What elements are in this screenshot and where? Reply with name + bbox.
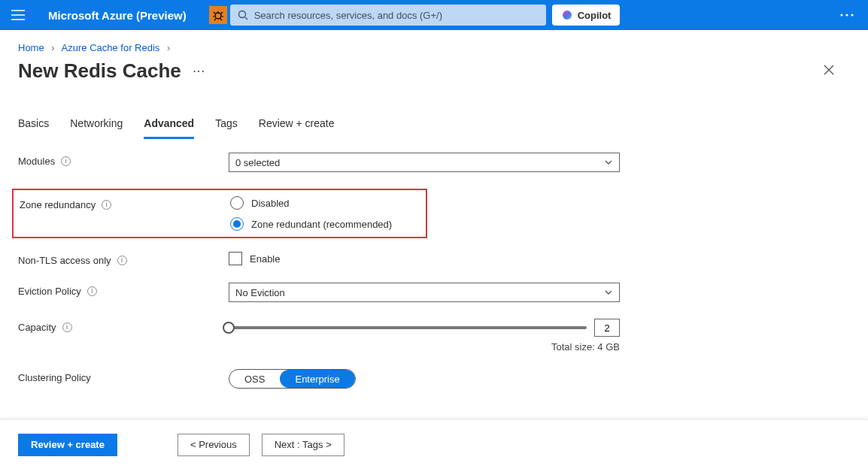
zone-redundancy-label: Zone redundancy (20, 199, 96, 210)
row-eviction: Eviction Policy i No Eviction (18, 283, 850, 302)
row-clustering: Clustering Policy OSS Enterprise (18, 369, 850, 389)
capacity-label: Capacity (18, 322, 56, 333)
non-tls-checkbox-label: Enable (250, 253, 280, 265)
page-overflow-menu[interactable]: ··· (193, 65, 206, 77)
next-button[interactable]: Next : Tags > (262, 434, 344, 456)
modules-value: 0 selected (235, 157, 280, 168)
modules-dropdown[interactable]: 0 selected (229, 153, 620, 172)
svg-point-2 (563, 11, 572, 20)
breadcrumb-parent[interactable]: Azure Cache for Redis (62, 42, 160, 53)
breadcrumb-sep-2: › (167, 42, 170, 53)
slider-thumb[interactable] (223, 322, 235, 334)
zone-redundancy-option-redundant[interactable]: Zone redundant (recommended) (230, 217, 426, 231)
row-capacity: Capacity i Total size: 4 GB (18, 319, 850, 353)
search-placeholder: Search resources, services, and docs (G+… (254, 10, 442, 21)
svg-point-5 (851, 14, 853, 16)
brand-label[interactable]: Microsoft Azure (Preview) (48, 9, 187, 22)
close-icon (823, 64, 835, 76)
previous-button[interactable]: < Previous (178, 434, 250, 456)
content-scroll[interactable]: Basics Networking Advanced Tags Review +… (0, 105, 868, 410)
review-create-button[interactable]: Review + create (18, 434, 117, 456)
slider-track (229, 326, 587, 329)
clustering-option-enterprise[interactable]: Enterprise (280, 370, 354, 388)
tab-advanced[interactable]: Advanced (144, 113, 194, 139)
row-modules: Modules i 0 selected (18, 153, 850, 172)
close-blade-button[interactable] (823, 64, 835, 78)
non-tls-checkbox[interactable] (229, 252, 242, 265)
chevron-down-icon (604, 158, 613, 167)
copilot-button[interactable]: Copilot (552, 5, 621, 26)
chevron-down-icon (604, 288, 613, 297)
modules-info-icon[interactable]: i (61, 156, 71, 166)
clustering-toggle: OSS Enterprise (229, 369, 356, 389)
global-search[interactable]: Search resources, services, and docs (G+… (230, 5, 546, 26)
topbar-overflow[interactable] (835, 3, 859, 27)
footer-bar: Review + create < Previous Next : Tags > (0, 419, 868, 469)
capacity-info-icon[interactable]: i (62, 322, 72, 332)
eviction-info-icon[interactable]: i (87, 286, 97, 296)
zone-redundancy-info-icon[interactable]: i (102, 200, 111, 210)
eviction-label: Eviction Policy (18, 286, 81, 297)
hamburger-menu[interactable] (9, 6, 27, 24)
zone-redundancy-highlight: Zone redundancy i Disabled Zone redundan… (12, 189, 427, 238)
bug-icon (212, 9, 224, 21)
page-header: New Redis Cache ··· (0, 53, 868, 83)
clustering-option-oss[interactable]: OSS (229, 370, 280, 388)
bug-report-button[interactable] (209, 6, 227, 24)
tab-networking[interactable]: Networking (70, 113, 123, 139)
topbar: Microsoft Azure (Preview) Search resourc… (0, 0, 868, 30)
menu-icon (11, 10, 25, 20)
capacity-total-size: Total size: 4 GB (229, 341, 620, 353)
zone-redundancy-radio-group: Disabled Zone redundant (recommended) (230, 196, 426, 231)
tab-review[interactable]: Review + create (259, 113, 335, 139)
zone-redundancy-option-disabled[interactable]: Disabled (230, 196, 426, 210)
svg-point-3 (840, 14, 842, 16)
tab-bar: Basics Networking Advanced Tags Review +… (18, 113, 850, 139)
radio-icon (230, 217, 244, 231)
eviction-value: No Eviction (235, 287, 285, 298)
non-tls-label: Non-TLS access only (18, 255, 111, 266)
copilot-label: Copilot (578, 10, 612, 21)
tab-basics[interactable]: Basics (18, 113, 49, 139)
capacity-slider[interactable] (229, 320, 587, 335)
search-icon (238, 10, 248, 20)
svg-point-0 (215, 13, 221, 19)
row-non-tls: Non-TLS access only i Enable (18, 252, 850, 266)
eviction-dropdown[interactable]: No Eviction (229, 283, 620, 302)
copilot-icon (561, 9, 573, 21)
radio-icon (230, 196, 244, 210)
breadcrumb-sep-1: › (51, 42, 54, 53)
breadcrumb: Home › Azure Cache for Redis › (0, 30, 868, 53)
ellipsis-icon (839, 13, 854, 17)
clustering-label: Clustering Policy (18, 372, 91, 383)
breadcrumb-home[interactable]: Home (18, 42, 44, 53)
zone-option-1-label: Zone redundant (recommended) (251, 219, 392, 230)
page-title: New Redis Cache (18, 59, 181, 83)
non-tls-info-icon[interactable]: i (117, 256, 127, 265)
svg-point-1 (238, 11, 245, 18)
modules-label: Modules (18, 156, 55, 167)
svg-point-4 (845, 14, 848, 16)
capacity-input[interactable] (594, 319, 620, 337)
zone-option-0-label: Disabled (251, 198, 290, 209)
tab-tags[interactable]: Tags (215, 113, 238, 139)
